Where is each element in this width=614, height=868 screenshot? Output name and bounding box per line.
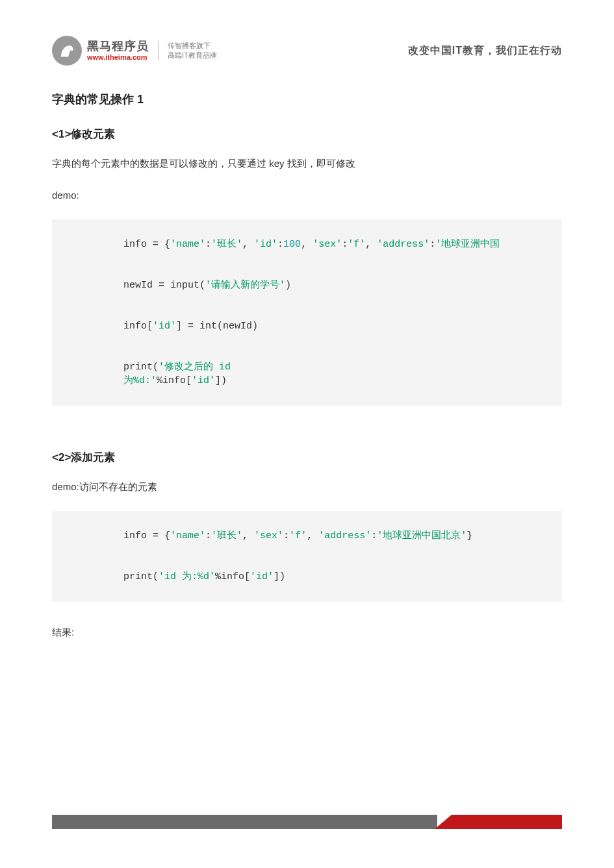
code-text: info = { [123, 239, 170, 250]
code-text: , [242, 239, 254, 250]
code-str: 'id 为:%d' [159, 571, 215, 582]
footer-red [452, 815, 562, 829]
header-slogan: 改变中国IT教育，我们正在行动 [408, 44, 562, 58]
code-str: 'id' [254, 239, 277, 250]
horse-icon [57, 41, 77, 60]
code-str: '请输入新的学号' [205, 280, 285, 291]
code-num: 100 [283, 239, 301, 250]
code-str: '修改之后的 id [159, 362, 231, 373]
code-str: 'f' [348, 239, 365, 250]
code-str: 'id' [153, 321, 176, 332]
logo-url: www.itheima.com [87, 53, 149, 61]
code-str: 'address' [377, 239, 429, 250]
code-text: : [283, 530, 289, 541]
code-text: : [429, 239, 435, 250]
code-text: : [205, 239, 211, 250]
logo-title: 黑马程序员 [87, 40, 149, 53]
code-text: , [301, 239, 313, 250]
code-text: : [277, 239, 283, 250]
code-str: 'f' [289, 530, 307, 541]
code-str: '地球亚洲中国北京' [377, 530, 467, 541]
code-text: } [467, 530, 472, 541]
section2-heading: <2>添加元素 [52, 450, 562, 465]
demo-label-1: demo: [52, 188, 562, 203]
code-text: print( [123, 362, 159, 373]
divider [158, 41, 159, 60]
code-str: '班长' [211, 530, 242, 541]
code-text: ]) [215, 375, 227, 386]
code-str: 'sex' [254, 530, 283, 541]
code-text: , [365, 239, 377, 250]
code-text: %info[ [157, 375, 192, 386]
code-str: 'id' [192, 375, 215, 386]
code-text: info[ [123, 321, 153, 332]
page-title: 字典的常⻅操作 1 [52, 92, 562, 107]
code-str: 'id' [250, 571, 274, 582]
code-block-2: info = {'name':'班长', 'sex':'f', 'address… [52, 511, 562, 602]
code-text: info = { [123, 530, 170, 541]
code-text: ) [285, 280, 291, 291]
logo-tagline: 传智播客旗下 高端IT教育品牌 [168, 41, 217, 61]
code-text: , [242, 530, 254, 541]
logo-icon [52, 36, 82, 66]
code-text: %info[ [215, 571, 250, 582]
code-str: '地球亚洲中国 [435, 239, 500, 250]
document-page: 黑马程序员 www.itheima.com 传智播客旗下 高端IT教育品牌 改变… [0, 0, 614, 640]
code-str: 'name' [170, 530, 205, 541]
code-str: 为%d:' [123, 375, 157, 386]
code-str: '班长' [211, 239, 242, 250]
code-text: : [371, 530, 377, 541]
logo-block: 黑马程序员 www.itheima.com 传智播客旗下 高端IT教育品牌 [52, 36, 217, 66]
section1-para: 字典的每个元素中的数据是可以修改的，只要通过 key 找到，即可修改 [52, 156, 562, 171]
result-label: 结果: [52, 625, 562, 640]
page-header: 黑马程序员 www.itheima.com 传智播客旗下 高端IT教育品牌 改变… [52, 36, 562, 66]
code-str: 'address' [318, 530, 371, 541]
tagline-2: 高端IT教育品牌 [168, 51, 217, 60]
code-text: newId = input( [123, 280, 205, 291]
spacer [52, 428, 562, 445]
section1-heading: <1>修改元素 [52, 127, 562, 142]
code-str: 'sex' [313, 239, 342, 250]
code-str: 'name' [170, 239, 205, 250]
logo-text: 黑马程序员 www.itheima.com [87, 40, 149, 61]
demo-label-2: demo:访问不存在的元素 [52, 479, 562, 495]
code-text: ] = int(newId) [176, 321, 258, 332]
tagline-1: 传智播客旗下 [168, 41, 217, 51]
code-text: : [342, 239, 348, 250]
code-text: , [307, 530, 318, 541]
footer-gray [52, 815, 437, 829]
code-text: : [205, 530, 211, 541]
code-text: print( [123, 571, 159, 582]
code-text: ]) [274, 571, 285, 582]
code-block-1: info = {'name':'班长', 'id':100, 'sex':'f'… [52, 219, 562, 406]
footer-bar [52, 815, 562, 829]
footer-triangle [435, 815, 452, 829]
